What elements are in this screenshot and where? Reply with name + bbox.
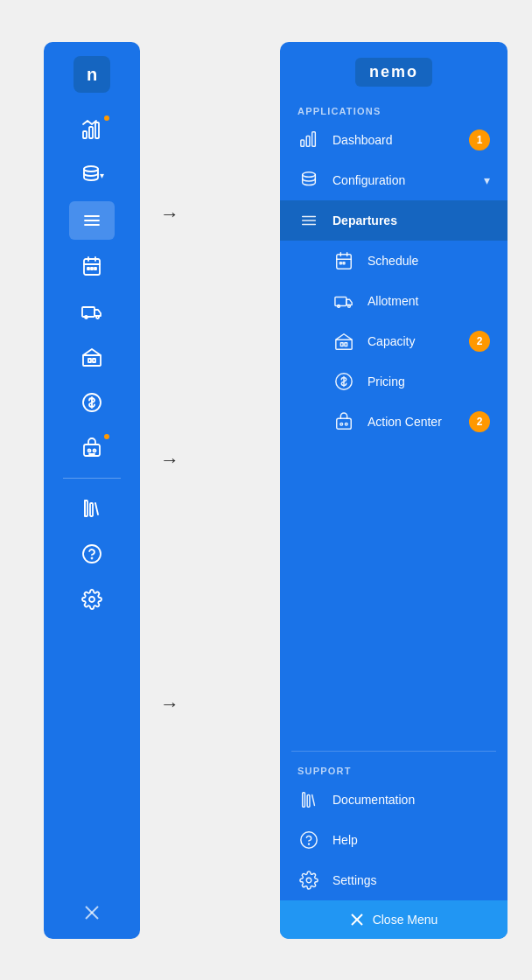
svg-point-16	[96, 316, 99, 318]
svg-point-48	[348, 305, 351, 308]
menu-item-help[interactable]: Help	[280, 820, 508, 860]
menu-item-documentation[interactable]: Documentation	[280, 780, 508, 820]
menu-item-departures[interactable]: Departures	[280, 200, 508, 241]
pricing-menu-icon	[332, 370, 355, 393]
calendar-nav-item[interactable]	[69, 247, 115, 285]
settings-menu-icon	[298, 869, 320, 892]
svg-point-36	[303, 172, 316, 178]
arrow-3: →	[160, 693, 179, 716]
dollar-icon	[81, 392, 102, 413]
dashboard-badge: 1	[469, 130, 490, 150]
help-menu-icon	[298, 829, 320, 851]
svg-rect-46	[335, 297, 346, 305]
truck-nav-item[interactable]	[69, 292, 115, 331]
svg-point-29	[92, 558, 93, 559]
svg-rect-14	[82, 307, 94, 317]
support-section-label: SUPPORT	[280, 759, 508, 780]
analytics-nav-item[interactable]	[69, 110, 115, 149]
svg-rect-2	[95, 122, 99, 138]
menu-item-configuration[interactable]: Configuration ▾	[280, 160, 508, 200]
sidebar-close-button[interactable]	[76, 897, 108, 928]
configuration-chevron: ▾	[484, 173, 490, 187]
svg-point-54	[340, 423, 343, 425]
svg-point-59	[309, 844, 310, 844]
settings-nav-item[interactable]	[69, 580, 115, 619]
documentation-menu-icon	[298, 788, 320, 811]
svg-rect-44	[340, 262, 341, 264]
menu-item-dashboard[interactable]: Dashboard 1	[280, 120, 508, 160]
svg-rect-35	[312, 132, 316, 147]
pricing-nav-item[interactable]	[69, 383, 115, 422]
svg-point-58	[301, 832, 317, 848]
departures-menu-icon	[298, 209, 320, 232]
applications-section-label: APPLICATIONS	[280, 99, 508, 120]
svg-point-30	[89, 597, 94, 602]
svg-rect-53	[337, 418, 352, 429]
database-nav-item[interactable]: ▾	[69, 156, 115, 194]
help-icon	[81, 543, 102, 564]
settings-icon	[81, 589, 102, 610]
settings-label: Settings	[332, 873, 490, 887]
sidebar-logo: n	[74, 56, 110, 93]
bot-nav-item[interactable]	[69, 429, 115, 467]
svg-rect-7	[84, 259, 100, 275]
help-label: Help	[332, 833, 490, 847]
dashboard-label: Dashboard	[332, 133, 457, 147]
allotment-label: Allotment	[368, 294, 490, 308]
help-nav-item[interactable]	[69, 535, 115, 573]
configuration-label: Configuration	[332, 173, 472, 187]
svg-rect-1	[89, 127, 93, 138]
svg-rect-13	[94, 268, 96, 270]
truck-icon	[81, 301, 102, 322]
library-nav-item[interactable]	[69, 489, 115, 528]
menu-nav-item[interactable]	[69, 201, 115, 240]
svg-point-23	[94, 450, 96, 452]
warehouse-nav-item[interactable]	[69, 338, 115, 376]
svg-rect-26	[90, 503, 93, 516]
bot-badge	[102, 432, 111, 441]
database-icon	[80, 164, 102, 186]
panel-logo-text: nemo	[369, 63, 418, 80]
svg-rect-12	[91, 268, 93, 270]
svg-point-55	[345, 423, 347, 425]
menu-item-schedule[interactable]: Schedule	[280, 241, 508, 281]
svg-rect-45	[343, 262, 345, 264]
capacity-badge: 2	[469, 331, 490, 352]
svg-point-28	[83, 545, 101, 563]
database-chevron: ▾	[100, 171, 104, 180]
menu-item-capacity[interactable]: Capacity 2	[280, 321, 508, 361]
svg-rect-51	[345, 343, 347, 346]
svg-rect-17	[83, 355, 101, 366]
svg-rect-57	[307, 795, 310, 808]
dashboard-menu-icon	[298, 129, 320, 151]
documentation-label: Documentation	[332, 793, 490, 807]
arrow-1: →	[160, 203, 179, 226]
close-icon	[84, 905, 100, 920]
menu-item-action-center[interactable]: Action Center 2	[280, 402, 508, 442]
panel-logo: nemo	[355, 58, 432, 87]
analytics-icon	[81, 119, 102, 140]
close-menu-bar[interactable]: Close Menu	[280, 900, 508, 939]
sidebar-logo-text: n	[87, 65, 97, 85]
menu-item-settings[interactable]: Settings	[280, 860, 508, 900]
close-menu-icon	[350, 913, 364, 927]
svg-point-60	[306, 878, 312, 883]
menu-item-allotment[interactable]: Allotment	[280, 281, 508, 321]
svg-rect-49	[336, 340, 352, 349]
svg-point-3	[84, 166, 98, 172]
action-center-badge: 2	[469, 411, 490, 432]
close-menu-label: Close Menu	[373, 913, 438, 927]
svg-rect-19	[93, 359, 95, 362]
svg-rect-40	[337, 255, 352, 270]
svg-rect-18	[88, 359, 91, 362]
configuration-menu-icon	[298, 169, 320, 192]
schedule-label: Schedule	[368, 254, 490, 268]
panel-section-divider	[291, 751, 496, 752]
pricing-label: Pricing	[368, 374, 490, 388]
right-panel: nemo APPLICATIONS Dashboard 1 Configurat…	[280, 42, 508, 939]
analytics-badge	[102, 114, 111, 122]
svg-rect-50	[340, 343, 343, 346]
departures-label: Departures	[332, 214, 490, 228]
menu-item-pricing[interactable]: Pricing	[280, 361, 508, 402]
svg-rect-33	[301, 140, 304, 146]
